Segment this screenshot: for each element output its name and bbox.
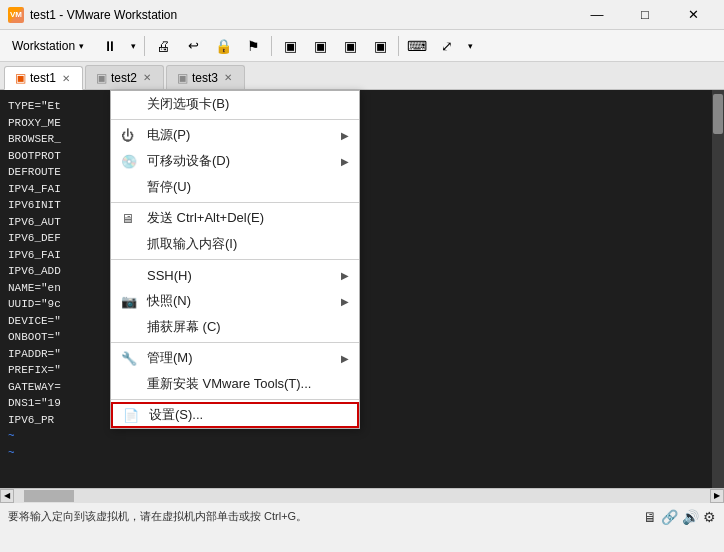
tab-test3[interactable]: ▣ test3 ✕ <box>166 65 245 89</box>
terminal-line: ~ <box>8 428 704 445</box>
status-audio-icon[interactable]: 🔊 <box>682 509 699 525</box>
ctx-close-tab-label: 关闭选项卡(B) <box>147 95 229 113</box>
ctx-removable-arrow: ▶ <box>341 156 349 167</box>
workstation-label: Workstation <box>12 39 75 53</box>
ctx-removable[interactable]: 💿 可移动设备(D) ▶ <box>111 148 359 174</box>
menu-bar: Workstation ▾ ⏸ ▾ 🖨 ↩ 🔒 ⚑ ▣ ▣ ▣ ▣ ⌨ ⤢ ▾ <box>0 30 724 62</box>
ctx-separator-1 <box>111 119 359 120</box>
title-bar: VM test1 - VMware Workstation — □ ✕ <box>0 0 724 30</box>
ctx-separator-5 <box>111 399 359 400</box>
toolbar-flag[interactable]: ⚑ <box>239 32 267 60</box>
ctx-reinstall-tools[interactable]: 重新安装 VMware Tools(T)... <box>111 371 359 397</box>
ctx-manage-arrow: ▶ <box>341 353 349 364</box>
main-area: TYPE="Et PROXY_ME BROWSER_ BOOTPROT DEFR… <box>0 90 724 488</box>
title-text: test1 - VMware Workstation <box>30 8 574 22</box>
ctx-power-arrow: ▶ <box>341 130 349 141</box>
toolbar-divider-2 <box>271 36 272 56</box>
tab-label-test1: test1 <box>30 71 56 85</box>
close-button[interactable]: ✕ <box>670 0 716 30</box>
h-scrollbar-track[interactable] <box>14 489 710 503</box>
tab-close-test2[interactable]: ✕ <box>141 72 153 83</box>
snapshot-icon: 📷 <box>121 294 137 309</box>
toolbar-pause-dropdown[interactable]: ▾ <box>126 32 140 60</box>
vm-scrollbar-thumb[interactable] <box>713 94 723 134</box>
ctx-cad[interactable]: 🖥 发送 Ctrl+Alt+Del(E) <box>111 205 359 231</box>
ctx-reinstall-tools-label: 重新安装 VMware Tools(T)... <box>147 375 311 393</box>
ctx-cad-label: 发送 Ctrl+Alt+Del(E) <box>147 209 264 227</box>
h-scrollbar-left[interactable]: ◀ <box>0 489 14 503</box>
terminal-line: ~ <box>8 445 704 462</box>
ctx-separator-3 <box>111 259 359 260</box>
status-text: 要将输入定向到该虚拟机，请在虚拟机内部单击或按 Ctrl+G。 <box>8 509 307 524</box>
toolbar-lock[interactable]: 🔒 <box>209 32 237 60</box>
toolbar-pause[interactable]: ⏸ <box>96 32 124 60</box>
tab-icon-test2: ▣ <box>96 71 107 85</box>
status-bar: 要将输入定向到该虚拟机，请在虚拟机内部单击或按 Ctrl+G。 🖥 🔗 🔊 ⚙ <box>0 502 724 530</box>
maximize-button[interactable]: □ <box>622 0 668 30</box>
power-icon: ⏻ <box>121 128 134 143</box>
tab-bar: ▣ test1 ✕ ▣ test2 ✕ ▣ test3 ✕ <box>0 62 724 90</box>
ctx-capture-screen[interactable]: 捕获屏幕 (C) <box>111 314 359 340</box>
tab-icon-test1: ▣ <box>15 71 26 85</box>
cad-icon: 🖥 <box>121 211 134 226</box>
ctx-manage[interactable]: 🔧 管理(M) ▶ <box>111 345 359 371</box>
vm-scrollbar[interactable] <box>712 90 724 488</box>
toolbar-fullscreen-dropdown[interactable]: ▾ <box>463 32 477 60</box>
ctx-close-tab[interactable]: 关闭选项卡(B) <box>111 91 359 117</box>
settings-icon: 📄 <box>123 408 139 423</box>
ctx-pause-label: 暂停(U) <box>147 178 191 196</box>
status-network-icon[interactable]: 🔗 <box>661 509 678 525</box>
tab-label-test3: test3 <box>192 71 218 85</box>
toolbar-fullscreen[interactable]: ⤢ <box>433 32 461 60</box>
context-menu: 关闭选项卡(B) ⏻ 电源(P) ▶ 💿 可移动设备(D) ▶ 暂停(U) 🖥 … <box>110 90 360 429</box>
toolbar-back[interactable]: ↩ <box>179 32 207 60</box>
workstation-dropdown-arrow: ▾ <box>79 41 84 51</box>
ctx-ssh[interactable]: SSH(H) ▶ <box>111 262 359 288</box>
h-scrollbar-thumb[interactable] <box>24 490 74 502</box>
manage-icon: 🔧 <box>121 351 137 366</box>
ctx-snapshot[interactable]: 📷 快照(N) ▶ <box>111 288 359 314</box>
ctx-grab-input-label: 抓取输入内容(I) <box>147 235 237 253</box>
ctx-pause[interactable]: 暂停(U) <box>111 174 359 200</box>
ctx-grab-input[interactable]: 抓取输入内容(I) <box>111 231 359 257</box>
tab-icon-test3: ▣ <box>177 71 188 85</box>
toolbar-print[interactable]: 🖨 <box>149 32 177 60</box>
ctx-separator-2 <box>111 202 359 203</box>
removable-icon: 💿 <box>121 154 137 169</box>
toolbar-keyboard[interactable]: ⌨ <box>403 32 431 60</box>
toolbar-vm1[interactable]: ▣ <box>276 32 304 60</box>
workstation-menu[interactable]: Workstation ▾ <box>4 30 92 61</box>
ctx-snapshot-arrow: ▶ <box>341 296 349 307</box>
ctx-power-label: 电源(P) <box>147 126 190 144</box>
status-vm-icon[interactable]: 🖥 <box>643 509 657 525</box>
ctx-settings[interactable]: 📄 设置(S)... <box>111 402 359 428</box>
h-scrollbar: ◀ ▶ <box>0 488 724 502</box>
toolbar-vm3[interactable]: ▣ <box>336 32 364 60</box>
status-right: 🖥 🔗 🔊 ⚙ <box>643 509 716 525</box>
tab-close-test1[interactable]: ✕ <box>60 73 72 84</box>
tab-close-test3[interactable]: ✕ <box>222 72 234 83</box>
tab-test2[interactable]: ▣ test2 ✕ <box>85 65 164 89</box>
ctx-ssh-label: SSH(H) <box>147 268 192 283</box>
tab-test1[interactable]: ▣ test1 ✕ <box>4 66 83 90</box>
toolbar-vm2[interactable]: ▣ <box>306 32 334 60</box>
tab-label-test2: test2 <box>111 71 137 85</box>
ctx-capture-screen-label: 捕获屏幕 (C) <box>147 318 221 336</box>
ctx-ssh-arrow: ▶ <box>341 270 349 281</box>
toolbar-divider-3 <box>398 36 399 56</box>
minimize-button[interactable]: — <box>574 0 620 30</box>
ctx-separator-4 <box>111 342 359 343</box>
ctx-power[interactable]: ⏻ 电源(P) ▶ <box>111 122 359 148</box>
app-icon: VM <box>8 6 24 23</box>
h-scrollbar-right[interactable]: ▶ <box>710 489 724 503</box>
ctx-removable-label: 可移动设备(D) <box>147 152 230 170</box>
toolbar-vm4[interactable]: ▣ <box>366 32 394 60</box>
title-bar-controls: — □ ✕ <box>574 0 716 30</box>
ctx-snapshot-label: 快照(N) <box>147 292 191 310</box>
status-settings-icon[interactable]: ⚙ <box>703 509 716 525</box>
ctx-manage-label: 管理(M) <box>147 349 193 367</box>
ctx-settings-label: 设置(S)... <box>149 406 203 424</box>
toolbar-divider-1 <box>144 36 145 56</box>
